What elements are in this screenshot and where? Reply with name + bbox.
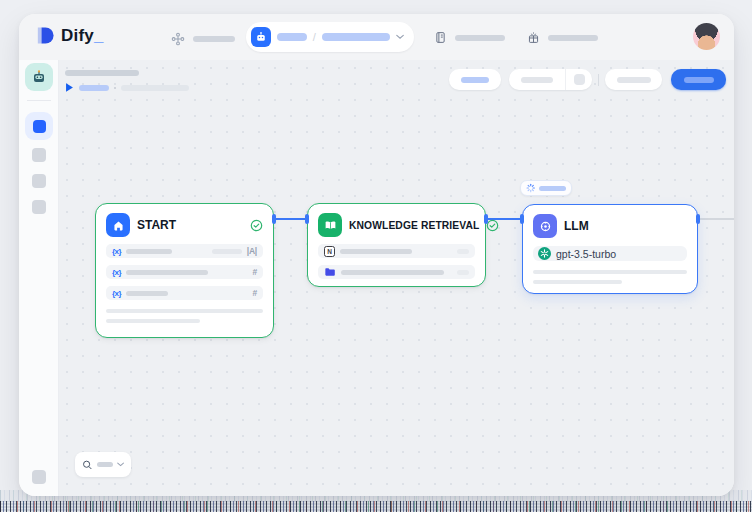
input-port[interactable] xyxy=(520,214,524,224)
updates-nav[interactable] xyxy=(527,31,598,44)
features-button[interactable] xyxy=(449,69,501,90)
nav-label-placeholder xyxy=(193,36,235,42)
variable-name-placeholder xyxy=(126,270,208,275)
output-port[interactable] xyxy=(272,214,276,224)
node-title: KNOWLEDGE RETRIEVAL xyxy=(349,220,479,231)
output-port[interactable] xyxy=(484,214,488,224)
variable-icon: {x} xyxy=(112,289,121,298)
user-avatar[interactable] xyxy=(693,23,720,50)
edge-llm-out xyxy=(699,218,734,220)
variable-name-placeholder xyxy=(126,249,172,254)
breadcrumb-separator: / xyxy=(313,31,316,43)
version-button-main[interactable] xyxy=(509,77,565,83)
input-port[interactable] xyxy=(305,214,309,224)
history-icon xyxy=(574,74,585,85)
robot-app-icon xyxy=(31,69,47,85)
dify-logo[interactable]: Dify_ xyxy=(34,25,104,46)
model-name: gpt-3.5-turbo xyxy=(556,248,616,260)
model-selector-row[interactable]: gpt-3.5-turbo xyxy=(533,246,687,261)
notebook-icon xyxy=(434,31,447,44)
zoom-value-placeholder xyxy=(97,462,113,467)
version-label-placeholder xyxy=(521,77,553,83)
play-icon[interactable] xyxy=(65,82,74,93)
dataset-meta-placeholder xyxy=(457,249,469,254)
node-llm-header: LLM xyxy=(533,214,687,238)
edge-start-knowledge xyxy=(274,218,308,220)
sidebar xyxy=(19,60,59,496)
node-title: LLM xyxy=(564,219,589,233)
dataset-row[interactable]: N xyxy=(318,244,475,258)
variable-row[interactable]: {x} # xyxy=(106,265,263,279)
workflow-name-placeholder xyxy=(322,33,390,41)
variable-icon: {x} xyxy=(112,247,121,256)
variable-value-placeholder xyxy=(212,249,242,254)
sidebar-item-bottom[interactable] xyxy=(32,470,46,484)
explore-nav[interactable] xyxy=(171,32,235,46)
dot-separator xyxy=(114,87,116,89)
home-icon xyxy=(106,213,130,237)
docs-nav[interactable] xyxy=(434,31,505,44)
toolbar-divider xyxy=(598,74,599,86)
updates-label-placeholder xyxy=(548,35,598,41)
dataset-meta-placeholder xyxy=(457,270,469,275)
number-type-icon: # xyxy=(252,267,257,277)
book-open-icon xyxy=(318,213,342,237)
publish-button[interactable] xyxy=(671,69,726,90)
notion-doc-icon: N xyxy=(324,246,335,257)
variable-name-placeholder xyxy=(126,291,168,296)
running-label-placeholder xyxy=(539,186,566,191)
dify-logo-icon xyxy=(34,25,55,46)
text-type-icon: |A| xyxy=(247,246,257,256)
docs-label-placeholder xyxy=(455,35,505,41)
number-type-icon: # xyxy=(252,288,257,298)
workflow-title-placeholder xyxy=(65,70,139,76)
output-port[interactable] xyxy=(696,214,700,224)
sidebar-item-workflow-active[interactable] xyxy=(25,112,53,140)
variable-row[interactable]: {x} # xyxy=(106,286,263,300)
version-button-menu[interactable] xyxy=(566,74,592,85)
workflow-canvas[interactable]: START {x} |A| {x} # {x} xyxy=(59,60,734,496)
sidebar-divider xyxy=(27,100,51,101)
node-desc-placeholder xyxy=(106,319,200,323)
chevron-down-icon[interactable] xyxy=(117,462,124,467)
logo-wordmark: Dify xyxy=(61,26,94,45)
version-split-button[interactable] xyxy=(509,69,592,90)
run-label-placeholder xyxy=(79,85,109,91)
chevron-down-icon[interactable] xyxy=(396,34,404,40)
node-knowledge-header: KNOWLEDGE RETRIEVAL xyxy=(318,213,475,237)
node-knowledge-retrieval[interactable]: KNOWLEDGE RETRIEVAL N xyxy=(307,203,486,287)
gift-icon xyxy=(527,31,540,44)
preview-button[interactable] xyxy=(605,69,662,90)
preview-label-placeholder xyxy=(617,77,651,83)
sidebar-app-icon[interactable] xyxy=(25,63,53,91)
dataset-row[interactable] xyxy=(318,265,475,279)
background-noise-strip xyxy=(0,501,752,512)
publish-label-placeholder xyxy=(684,77,714,83)
chatbot-icon xyxy=(251,27,271,47)
node-title: START xyxy=(137,218,176,232)
check-circle-icon xyxy=(486,219,499,232)
app-name-placeholder xyxy=(277,33,307,41)
logo-cursor: _ xyxy=(94,26,104,45)
model-icon xyxy=(533,214,557,238)
sidebar-item-2[interactable] xyxy=(32,148,46,162)
sidebar-item-4[interactable] xyxy=(32,200,46,214)
node-start-header: START xyxy=(106,213,263,237)
node-desc-placeholder xyxy=(533,270,687,274)
canvas-zoom-control[interactable] xyxy=(75,452,131,477)
workflow-tool-icon xyxy=(33,120,46,133)
check-circle-icon xyxy=(250,219,263,232)
openai-icon xyxy=(538,247,551,260)
node-start[interactable]: START {x} |A| {x} # {x} xyxy=(95,203,274,338)
node-running-badge xyxy=(520,180,572,196)
variable-icon: {x} xyxy=(112,268,121,277)
sidebar-item-3[interactable] xyxy=(32,174,46,188)
app-window: Dify_ / xyxy=(19,14,734,496)
dataset-name-placeholder xyxy=(340,249,412,254)
dataset-name-placeholder xyxy=(341,270,444,275)
node-llm[interactable]: LLM gpt-3.5-turbo xyxy=(522,204,698,294)
variable-row[interactable]: {x} |A| xyxy=(106,244,263,258)
app-switcher[interactable]: / xyxy=(246,22,414,52)
zoom-search-icon xyxy=(82,459,93,471)
run-status-row xyxy=(65,82,189,93)
